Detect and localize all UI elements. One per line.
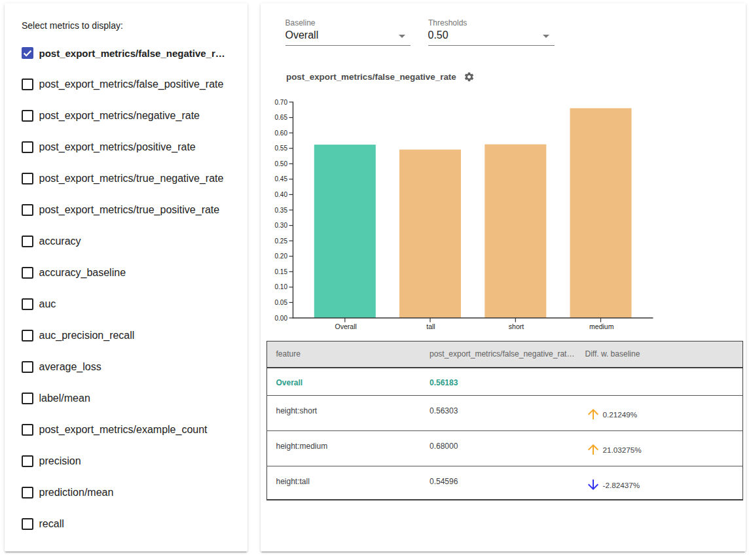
svg-text:0.05: 0.05 [275, 299, 288, 306]
svg-text:0.20: 0.20 [275, 253, 288, 260]
svg-text:0.10: 0.10 [275, 283, 288, 290]
svg-text:0.00: 0.00 [275, 315, 288, 322]
svg-text:Overall: Overall [335, 323, 357, 330]
svg-text:short: short [509, 323, 524, 330]
svg-text:medium: medium [589, 323, 614, 330]
svg-text:0.25: 0.25 [275, 237, 288, 245]
svg-text:0.70: 0.70 [275, 99, 288, 106]
svg-text:0.35: 0.35 [275, 207, 288, 214]
svg-text:0.60: 0.60 [275, 130, 288, 137]
svg-text:0.65: 0.65 [275, 114, 288, 121]
svg-text:0.55: 0.55 [275, 145, 288, 152]
svg-text:0.15: 0.15 [275, 268, 288, 275]
svg-text:tall: tall [426, 323, 435, 330]
svg-text:0.50: 0.50 [275, 160, 288, 167]
svg-text:0.45: 0.45 [275, 175, 288, 183]
svg-text:0.40: 0.40 [275, 191, 288, 198]
svg-text:0.30: 0.30 [275, 222, 288, 229]
